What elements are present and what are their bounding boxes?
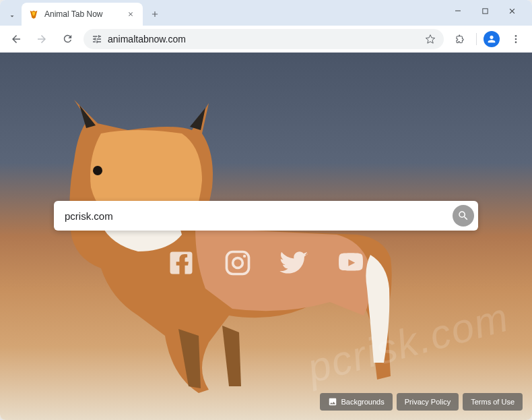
close-icon <box>127 11 134 18</box>
twitter-icon[interactable] <box>279 248 309 278</box>
terms-button[interactable]: Terms of Use <box>463 393 523 411</box>
toolbar-divider <box>476 33 477 45</box>
profile-button[interactable] <box>484 31 500 47</box>
reload-icon <box>62 33 73 44</box>
more-vert-icon <box>510 34 521 44</box>
arrow-right-icon <box>36 33 48 45</box>
instagram-icon[interactable] <box>223 248 253 278</box>
svg-point-6 <box>233 258 243 268</box>
search-input[interactable] <box>65 210 453 222</box>
privacy-policy-button[interactable]: Privacy Policy <box>397 393 459 411</box>
background-image <box>0 53 532 420</box>
arrow-left-icon <box>10 33 22 45</box>
fox-favicon-icon <box>28 9 39 20</box>
search-button[interactable] <box>453 205 474 227</box>
browser-toolbar: animaltabnow.com <box>0 26 532 53</box>
maximize-button[interactable] <box>475 1 494 20</box>
puzzle-icon <box>455 33 466 44</box>
svg-point-1 <box>515 35 517 37</box>
tab-search-dropdown[interactable] <box>5 7 19 26</box>
star-icon <box>425 34 436 44</box>
svg-point-7 <box>243 255 246 258</box>
forward-button[interactable] <box>32 30 51 49</box>
reload-button[interactable] <box>58 30 77 49</box>
facebook-icon[interactable] <box>166 248 196 278</box>
browser-window: Animal Tab Now <box>0 0 532 420</box>
tab-bar: Animal Tab Now <box>0 0 532 26</box>
tune-icon <box>92 34 102 44</box>
tab-close-button[interactable] <box>125 9 136 20</box>
svg-point-2 <box>515 38 517 40</box>
new-tab-button[interactable] <box>145 5 164 24</box>
social-links <box>0 248 532 278</box>
backgrounds-button[interactable]: Backgrounds <box>320 393 393 411</box>
privacy-label: Privacy Policy <box>405 398 451 406</box>
svg-rect-0 <box>482 8 487 13</box>
svg-point-3 <box>515 41 517 43</box>
address-bar[interactable]: animaltabnow.com <box>84 29 444 49</box>
close-window-button[interactable] <box>502 1 521 20</box>
bookmark-button[interactable] <box>425 34 436 44</box>
page-content: pcrisk.com Backgrounds Privacy Policy Te… <box>0 53 532 420</box>
chevron-down-icon <box>8 12 16 20</box>
search-icon <box>457 210 469 222</box>
footer-buttons: Backgrounds Privacy Policy Terms of Use <box>320 393 523 411</box>
maximize-icon <box>481 7 489 15</box>
minimize-icon <box>454 7 462 15</box>
url-text: animaltabnow.com <box>108 34 420 44</box>
tab-title: Animal Tab Now <box>44 9 120 19</box>
window-controls <box>448 1 527 20</box>
person-icon <box>486 34 497 44</box>
youtube-icon[interactable] <box>336 248 366 278</box>
svg-point-4 <box>93 166 102 175</box>
backgrounds-label: Backgrounds <box>341 398 385 406</box>
site-info-button[interactable] <box>92 34 102 44</box>
menu-button[interactable] <box>506 30 525 49</box>
extensions-button[interactable] <box>451 30 469 49</box>
plus-icon <box>150 9 160 19</box>
terms-label: Terms of Use <box>471 398 514 406</box>
minimize-button[interactable] <box>448 1 467 20</box>
search-bar <box>54 201 478 231</box>
back-button[interactable] <box>7 30 26 49</box>
browser-tab[interactable]: Animal Tab Now <box>22 3 143 26</box>
image-icon <box>328 397 337 407</box>
close-icon <box>508 7 517 16</box>
